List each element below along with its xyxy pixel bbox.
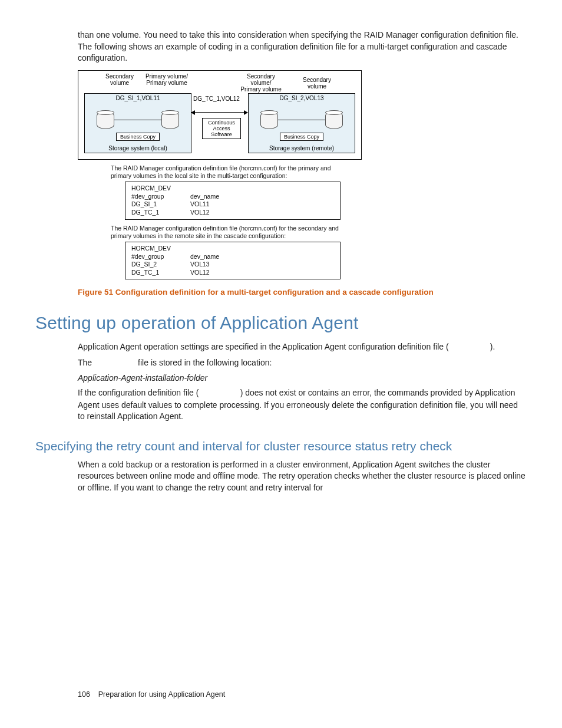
business-copy-label-remote: Business Copy [280, 133, 323, 141]
figure-caption: Figure 51 Configuration definition for a… [78, 288, 527, 297]
code-cell: VOL12 [190, 269, 210, 277]
figure-51: Secondary volume Primary volume/ Primary… [78, 70, 527, 280]
local-header: DG_SI_1,VOL11 [85, 95, 191, 101]
code-cell: VOL11 [190, 200, 210, 209]
paragraph-app-agent-settings: Application Agent operation settings are… [78, 341, 527, 353]
code-cell: dev_name [190, 253, 219, 261]
paragraph-file-location: The init.conf file is stored in the foll… [78, 357, 527, 369]
config-block-2: HORCM_DEV #dev_groupdev_name DG_SI_2VOL1… [125, 242, 340, 280]
heading-setting-up-operation: Setting up operation of Application Agen… [35, 313, 527, 333]
remote-footer: Storage system (remote) [249, 145, 355, 151]
label-primary-primary-right: Secondary volume/ Primary volume [237, 73, 285, 93]
label-secondary-volume-right: Secondary volume [293, 77, 340, 90]
code-cell: DG_TC_1 [131, 209, 190, 217]
code-cell: DG_SI_1 [131, 200, 190, 209]
remote-header: DG_SI_2,VOL13 [249, 95, 355, 101]
page-number: 106 [78, 690, 90, 699]
text-span: Application Agent operation settings are… [78, 342, 449, 351]
footer-title: Preparation for using Application Agent [98, 690, 225, 699]
label-primary-primary-left: Primary volume/ Primary volume [143, 73, 190, 86]
code-cell: #dev_group [131, 193, 190, 201]
label-secondary-volume-left: Secondary volume [96, 73, 143, 86]
text-span: The [78, 358, 94, 367]
intro-paragraph: than one volume. You need to take this i… [78, 29, 527, 64]
path-italic: Application-Agent-installation-folder [78, 373, 527, 384]
code-cell: DG_TC_1 [131, 269, 190, 277]
code-line: HORCM_DEV [131, 185, 334, 193]
config-description-2: The RAID Manager configuration definitio… [111, 225, 352, 241]
business-copy-label-local: Business Copy [116, 133, 160, 141]
cylinder-icon [260, 111, 278, 129]
cylinder-icon [97, 111, 114, 129]
code-cell: #dev_group [131, 253, 190, 261]
code-cell: DG_SI_2 [131, 261, 190, 269]
code-line: HORCM_DEV [131, 245, 334, 253]
code-cell: VOL13 [190, 261, 210, 269]
text-span: ). [490, 342, 495, 351]
cylinder-icon [161, 111, 179, 129]
config-block-1: HORCM_DEV #dev_groupdev_name DG_SI_1VOL1… [125, 182, 340, 220]
heading-retry-count: Specifying the retry count and interval … [35, 439, 527, 453]
paragraph-retry-desc: When a cold backup or a restoration is p… [78, 459, 527, 494]
center-top-label: DG_TC_1,VOL12 [193, 95, 240, 102]
continuous-access-box: Continuous Access Software [202, 118, 241, 139]
storage-local-box: DG_SI_1,VOL11 Business Copy Storage syst… [84, 93, 191, 153]
page-footer: 106 Preparation for using Application Ag… [78, 690, 225, 699]
paragraph-config-missing: If the configuration definition file (in… [78, 387, 527, 422]
config-description-1: The RAID Manager configuration definitio… [111, 164, 352, 180]
storage-remote-box: DG_SI_2,VOL13 Business Copy Storage syst… [248, 93, 355, 153]
text-span: If the configuration definition file ( [78, 388, 199, 397]
code-cell: dev_name [190, 193, 219, 201]
code-cell: VOL12 [190, 209, 210, 217]
cylinder-icon [325, 111, 343, 129]
diagram-container: Secondary volume Primary volume/ Primary… [78, 70, 362, 160]
local-footer: Storage system (local) [85, 145, 191, 151]
text-span: file is stored in the following location… [135, 358, 272, 367]
